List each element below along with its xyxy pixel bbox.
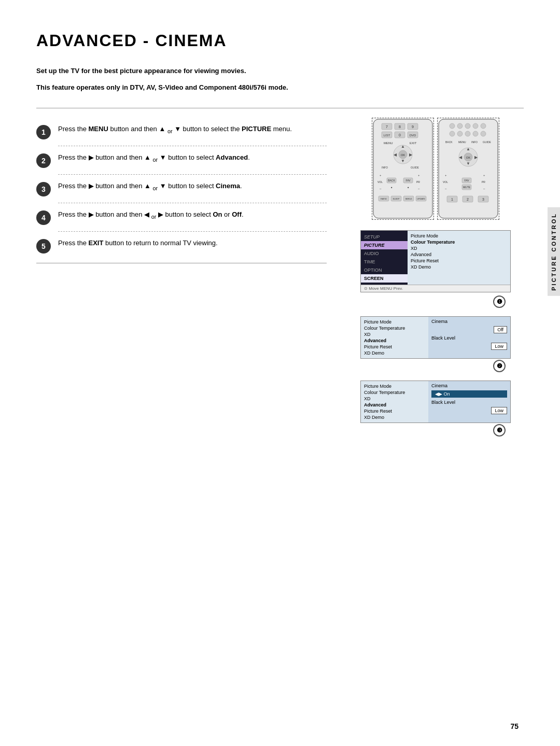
menu-right-advanced: Advanced xyxy=(411,251,507,258)
svg-text:OK: OK xyxy=(401,153,405,157)
menu-screenshot-2: Picture Mode Colour Temperature XD Advan… xyxy=(360,316,511,359)
submenu-item-colour-temp-2: Colour Temperature xyxy=(364,325,425,331)
svg-text:▼: ▼ xyxy=(466,161,470,166)
svg-point-48 xyxy=(473,123,478,129)
step-divider-2 xyxy=(58,174,327,175)
submenu-low-option-3: Low xyxy=(491,407,507,414)
svg-text:2: 2 xyxy=(467,198,469,201)
step-4-circle: 4 xyxy=(36,210,51,225)
svg-text:MENU: MENU xyxy=(384,142,393,145)
description-line-2: This feature operates only in DTV, AV, S… xyxy=(36,82,524,93)
menu-left-1: SETUP PICTURE AUDIO TIME OPTION SCREEN xyxy=(361,231,408,285)
step-4-text: Press the ▶ button and then ◀ or ▶ butto… xyxy=(58,209,244,221)
divider-top xyxy=(36,108,524,108)
menu-right-picture-reset: Picture Reset xyxy=(411,258,507,264)
submenu-left-3: Picture Mode Colour Temperature XD Advan… xyxy=(361,381,428,423)
svg-text:+: + xyxy=(483,174,485,177)
submenu-cinema-label-2: Cinema xyxy=(431,319,507,324)
step-indicator-1: ❶ xyxy=(493,295,506,308)
svg-text:GUIDE: GUIDE xyxy=(411,166,419,169)
svg-text:7: 7 xyxy=(386,125,388,129)
remotes-row: 7 8 9 LIST 0 DVD MENU EXI xyxy=(372,118,499,220)
remote-1: 7 8 9 LIST 0 DVD MENU EXI xyxy=(372,118,434,220)
description-block: Set up the TV for the best picture appea… xyxy=(36,66,524,92)
step-1-circle: 1 xyxy=(36,125,51,139)
step-indicator-3: ❸ xyxy=(493,424,506,437)
indicator-2-row: ❷ xyxy=(360,360,511,372)
step-3-circle: 3 xyxy=(36,182,51,196)
remote-1-svg: 7 8 9 LIST 0 DVD MENU EXI xyxy=(372,118,433,219)
right-column: 7 8 9 LIST 0 DVD MENU EXI xyxy=(347,118,524,440)
svg-text:INFO: INFO xyxy=(382,166,388,169)
svg-text:FAV: FAV xyxy=(405,179,411,182)
step-3-row: 3 Press the ▶ button and then ▲ or ▼ but… xyxy=(36,181,327,196)
submenu-low-option-2: Low xyxy=(491,343,507,350)
submenu-item-advanced-3: Advanced xyxy=(364,402,425,408)
menu-right-1: Picture Mode Colour Temperature XD Advan… xyxy=(408,231,510,285)
svg-point-52 xyxy=(465,131,470,136)
menu-screenshot-1: SETUP PICTURE AUDIO TIME OPTION SCREEN P… xyxy=(360,230,511,292)
svg-text:▲: ▲ xyxy=(401,144,405,149)
step-2-text: Press the ▶ button and then ▲ or ▼ butto… xyxy=(58,152,250,164)
submenu-item-picture-reset-2: Picture Reset xyxy=(364,344,425,350)
submenu-right-2: Cinema Off Black Level Low xyxy=(428,317,510,358)
svg-point-45 xyxy=(450,123,455,129)
svg-text:◀: ◀ xyxy=(459,155,463,160)
svg-text:SBRLE: SBRLE xyxy=(405,198,412,200)
submenu-item-xd-2: XD xyxy=(364,331,425,337)
step-divider-1 xyxy=(58,146,327,146)
svg-text:+: + xyxy=(445,174,447,177)
step-3-text: Press the ▶ button and then ▲ or ▼ butto… xyxy=(58,181,242,193)
menu-left-item-setup: SETUP xyxy=(361,233,408,241)
step-divider-3 xyxy=(58,203,327,203)
svg-text:PR: PR xyxy=(416,180,420,184)
menu-right-xd: XD xyxy=(411,245,507,251)
submenu-right-3: Cinema ◀▶ On Black Level Low xyxy=(428,381,510,423)
main-content: 1 Press the MENU button and then ▲ or ▼ … xyxy=(36,118,524,440)
svg-point-51 xyxy=(457,131,463,136)
svg-point-54 xyxy=(481,131,486,136)
submenu-item-xd-demo-2: XD Demo xyxy=(364,350,425,356)
step-1-row: 1 Press the MENU button and then ▲ or ▼ … xyxy=(36,124,327,139)
step-2-row: 2 Press the ▶ button and then ▲ or ▼ but… xyxy=(36,152,327,168)
svg-text:8: 8 xyxy=(399,125,401,129)
description-line-1: Set up the TV for the best picture appea… xyxy=(36,66,524,76)
remote-2-svg: BACK MENU INFO GUIDE ▲ ▼ ◀ ▶ OK + xyxy=(438,118,499,219)
menu-group-3: Picture Mode Colour Temperature XD Advan… xyxy=(347,381,524,440)
submenu-item-picture-reset-3: Picture Reset xyxy=(364,408,425,414)
svg-text:SLEEP: SLEEP xyxy=(393,198,400,200)
page-number: 75 xyxy=(510,722,519,730)
submenu-item-picture-mode-3: Picture Mode xyxy=(364,383,425,389)
submenu-left-2: Picture Mode Colour Temperature XD Advan… xyxy=(361,317,428,358)
indicator-1-row: ❶ xyxy=(360,295,511,308)
menu-left-item-audio: AUDIO xyxy=(361,249,408,258)
submenu-item-xd-3: XD xyxy=(364,396,425,402)
steps-column: 1 Press the MENU button and then ▲ or ▼ … xyxy=(36,118,327,440)
step-5-row: 5 Press the EXIT button to return to nor… xyxy=(36,238,327,254)
svg-text:3: 3 xyxy=(482,198,484,201)
svg-text:GUIDE: GUIDE xyxy=(483,140,492,144)
svg-text:▶: ▶ xyxy=(409,152,413,157)
menu-left-item-option: OPTION xyxy=(361,266,408,274)
menu-right-xd-demo: XD Demo xyxy=(411,264,507,270)
svg-point-53 xyxy=(473,131,478,136)
svg-text:▶: ▶ xyxy=(474,155,478,160)
svg-point-50 xyxy=(450,131,455,136)
step-divider-4 xyxy=(58,231,327,232)
submenu-cinema-label-3: Cinema xyxy=(431,383,507,388)
svg-text:MUTE: MUTE xyxy=(463,186,471,189)
remote-2: BACK MENU INFO GUIDE ▲ ▼ ◀ ▶ OK + xyxy=(437,118,499,220)
submenu-item-picture-mode-2: Picture Mode xyxy=(364,319,425,325)
menu-left-item-screen: SCREEN xyxy=(361,274,408,283)
svg-text:INFO: INFO xyxy=(471,140,478,144)
svg-text:●: ● xyxy=(407,186,409,189)
menu-right-colour-temp: Colour Temperature xyxy=(411,239,507,245)
svg-text:UPDATE: UPDATE xyxy=(417,198,425,200)
svg-text:BACK: BACK xyxy=(445,140,453,144)
step-1-text: Press the MENU button and then ▲ or ▼ bu… xyxy=(58,124,292,136)
svg-text:RATIO: RATIO xyxy=(381,198,387,200)
submenu-black-level-label-2: Black Level xyxy=(431,335,507,341)
indicator-3-row: ❸ xyxy=(360,424,511,437)
step-2-circle: 2 xyxy=(36,153,51,168)
svg-text:VOL: VOL xyxy=(443,180,448,184)
